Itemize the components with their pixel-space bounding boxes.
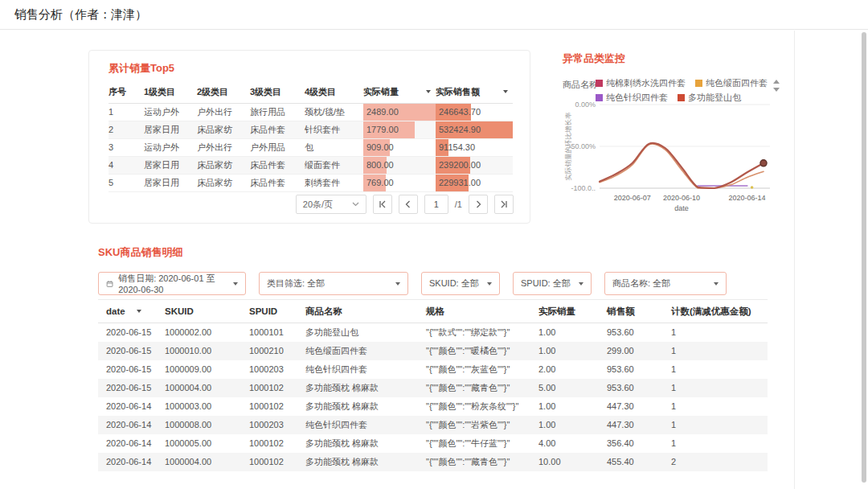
sort-desc-icon[interactable] bbox=[137, 310, 141, 313]
cell-index: 2 bbox=[108, 121, 144, 138]
cell-cat3: 户外用品 bbox=[250, 138, 305, 156]
col-count-discount: 计数(满减优惠金额) bbox=[663, 300, 768, 323]
cell-skuid: 1000008.00 bbox=[157, 416, 241, 434]
filter-dropdown[interactable]: 商品名称: 全部 bbox=[604, 272, 727, 295]
cell-cat3: 旅行用品 bbox=[250, 103, 305, 121]
cell-skuid: 1000004.00 bbox=[157, 453, 241, 471]
cell-qty: 10.00 bbox=[530, 453, 599, 471]
sort-desc-icon[interactable] bbox=[426, 90, 431, 93]
cell-cat2: 床品家纺 bbox=[197, 156, 250, 174]
cell-spuid: 1000210 bbox=[241, 342, 297, 360]
page-number-input[interactable]: 1 bbox=[424, 195, 448, 214]
col-index: 序号 bbox=[108, 81, 144, 103]
cell-skuid: 1000009.00 bbox=[157, 360, 241, 379]
cell-spec: "{""颜色"":""岩紫色""}" bbox=[418, 416, 530, 434]
sku-section-title: SKU商品销售明细 bbox=[98, 245, 182, 260]
cell-cat3: 床品件套 bbox=[250, 121, 305, 138]
col-cat1: 1级类目 bbox=[144, 81, 197, 103]
cell-skuid: 1000004.00 bbox=[157, 379, 241, 397]
sku-table: date SKUID SPUID 商品名称 规格 实际销量 销售额 计数(满减优… bbox=[98, 299, 768, 471]
col-actual-qty: 实际销量 bbox=[530, 300, 599, 323]
legend-item[interactable]: 纯棉刺绣水洗四件套 bbox=[596, 77, 686, 89]
chevron-down-icon bbox=[352, 202, 359, 207]
legend-series-label: 商品名称 bbox=[563, 79, 598, 91]
col-actual-amount[interactable]: 实际销售额 bbox=[436, 81, 513, 103]
cell-index: 3 bbox=[108, 138, 144, 156]
next-page-button[interactable] bbox=[469, 195, 488, 214]
col-date[interactable]: date bbox=[98, 300, 157, 323]
table-row: 2020-06-15 1000010.00 1000210 纯色缎面四件套 "{… bbox=[98, 342, 768, 360]
cell-skuid: 1000003.00 bbox=[157, 397, 241, 416]
last-page-button[interactable] bbox=[494, 195, 514, 214]
cell-spuid: 1000203 bbox=[241, 360, 297, 379]
cell-amount: 953.60 bbox=[599, 379, 663, 397]
col-cat4: 4级类目 bbox=[305, 81, 363, 103]
svg-text:2020-06-10: 2020-06-10 bbox=[663, 194, 700, 202]
cell-skuid: 1000010.00 bbox=[157, 342, 241, 360]
cell-qty: 4.00 bbox=[530, 434, 599, 453]
cell-amount: 91154.30 bbox=[436, 138, 513, 156]
cell-cat4: 刺绣套件 bbox=[305, 174, 363, 191]
filter-dropdown[interactable]: 类目筛选: 全部 bbox=[259, 272, 408, 295]
cell-cat4: 颈枕/毯/垫 bbox=[305, 103, 363, 121]
cell-amount: 447.30 bbox=[599, 397, 663, 416]
cell-cat1: 居家日用 bbox=[144, 121, 197, 138]
svg-text:-100.0..: -100.0.. bbox=[571, 184, 596, 192]
page-total-label: /1 bbox=[455, 199, 462, 209]
legend-scroll-up-icon[interactable] bbox=[773, 80, 780, 84]
cell-amount: 953.60 bbox=[599, 360, 663, 379]
filter-dropdown[interactable]: 销售日期: 2020-06-01 至 2020-06-30 bbox=[98, 272, 246, 295]
chevron-left-icon bbox=[403, 200, 413, 208]
cell-count: 1 bbox=[663, 360, 768, 379]
table-row: 3 运动户外 户外出行 户外用品 包 909.00 91154.30 bbox=[108, 138, 513, 156]
cell-product-name: 纯色针织四件套 bbox=[297, 416, 418, 434]
filter-dropdown[interactable]: SKUID: 全部 bbox=[421, 272, 500, 295]
cell-spuid: 1000101 bbox=[241, 323, 297, 342]
cell-spec: "{""颜色"":""藏青色""}" bbox=[418, 453, 530, 471]
cell-spuid: 1000102 bbox=[241, 434, 297, 453]
cell-amount: 953.60 bbox=[599, 323, 663, 342]
cell-cat1: 居家日用 bbox=[144, 174, 197, 191]
cell-product-name: 纯色缎面四件套 bbox=[297, 342, 418, 360]
page-scrollbar[interactable] bbox=[862, 32, 866, 483]
table-row: 1 运动户外 户外出行 旅行用品 颈枕/毯/垫 2489.00 246643.7… bbox=[108, 103, 513, 121]
top5-section-title: 累计销量Top5 bbox=[108, 61, 174, 76]
cell-spec: "{""颜色"":""牛仔蓝""}" bbox=[418, 434, 530, 453]
svg-text:date: date bbox=[674, 204, 689, 212]
first-page-button[interactable] bbox=[373, 195, 392, 214]
cell-amount: 299.00 bbox=[599, 342, 663, 360]
table-row: 2020-06-14 1000005.00 1000102 多功能颈枕 棉麻款 … bbox=[98, 434, 768, 453]
cell-index: 1 bbox=[108, 103, 144, 121]
col-cat2: 2级类目 bbox=[197, 81, 250, 103]
col-product-name: 商品名称 bbox=[297, 300, 418, 323]
cell-cat4: 包 bbox=[305, 138, 363, 156]
cell-date: 2020-06-14 bbox=[98, 397, 157, 416]
cell-cat3: 床品件套 bbox=[250, 156, 305, 174]
col-skuid: SKUID bbox=[157, 300, 241, 323]
cell-date: 2020-06-15 bbox=[98, 342, 157, 360]
cell-date: 2020-06-14 bbox=[98, 453, 157, 471]
cell-amount: 455.40 bbox=[599, 453, 663, 471]
cell-cat1: 运动户外 bbox=[144, 103, 197, 121]
col-actual-qty[interactable]: 实际销量 bbox=[363, 81, 436, 103]
filter-dropdown[interactable]: SPUID: 全部 bbox=[513, 272, 592, 295]
cell-amount: 447.30 bbox=[599, 416, 663, 434]
table-row: 5 居家日用 床品家纺 床品件套 刺绣套件 769.00 229931.00 bbox=[108, 174, 513, 191]
cell-qty: 1.00 bbox=[530, 323, 599, 342]
col-cat3: 3级类目 bbox=[250, 81, 305, 103]
monitor-section-title: 异常品类监控 bbox=[563, 51, 625, 66]
sort-desc-icon[interactable] bbox=[503, 90, 508, 93]
cell-cat2: 床品家纺 bbox=[197, 174, 250, 191]
cell-cat3: 床品件套 bbox=[250, 174, 305, 191]
cell-qty: 2.00 bbox=[530, 360, 599, 379]
cell-amount: 246643.70 bbox=[436, 103, 513, 121]
page-size-select[interactable]: 20条/页 bbox=[296, 195, 366, 214]
legend-item[interactable]: 纯色缎面四件套 bbox=[695, 77, 768, 89]
cell-spuid: 1000102 bbox=[241, 397, 297, 416]
legend-scroll-down-icon[interactable] bbox=[773, 88, 780, 92]
table-row: 2 居家日用 床品家纺 床品件套 针织套件 1779.00 532424.90 bbox=[108, 121, 513, 138]
prev-page-button[interactable] bbox=[399, 195, 418, 214]
cell-amount: 356.40 bbox=[599, 434, 663, 453]
line-chart-svg: 0.00%-50.00%-100.0..2020-06-072020-06-10… bbox=[563, 98, 789, 215]
growth-rate-chart: 0.00%-50.00%-100.0..2020-06-072020-06-10… bbox=[563, 98, 789, 215]
